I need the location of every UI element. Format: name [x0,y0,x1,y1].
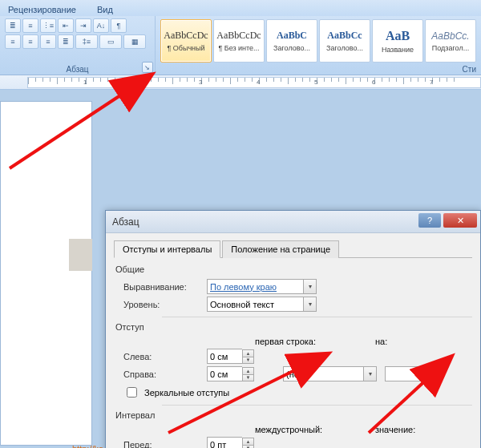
level-combo[interactable] [207,297,317,312]
style-preview: AaB [386,29,410,43]
borders-icon[interactable]: ▦ [123,34,146,49]
linespacing-label: междустрочный: [255,425,375,434]
tab-view[interactable]: Вид [92,3,118,16]
style-preview: AaBbCc [327,30,362,42]
left-label: Слева: [123,352,207,361]
styles-group-label: Сти [463,65,476,74]
style-subtitle[interactable]: AaBbCc. Подзагол... [425,19,476,63]
level-input[interactable] [207,297,303,312]
sort-icon[interactable]: A↓ [93,18,109,33]
left-spinner[interactable]: ▲▼ [207,349,254,364]
alignment-combo[interactable] [207,279,317,294]
spin-up-icon[interactable]: ▲ [420,367,432,374]
spin-down-icon[interactable]: ▼ [242,374,254,381]
tab-indents[interactable]: Отступы и интервалы [114,240,220,258]
dialog-titlebar[interactable]: Абзац ? ✕ [106,211,480,233]
spacing-section-label: Интервал [115,410,472,420]
dialog-title: Абзац [112,216,139,228]
spin-down-icon[interactable]: ▼ [242,445,254,449]
tab-review[interactable]: Рецензирование [3,3,81,16]
ruler[interactable]: 1234567 [0,75,481,90]
on-label: на: [375,337,387,346]
indent-icon[interactable]: ⇥ [75,18,91,33]
align-right-icon[interactable]: ≡ [40,34,56,49]
on-input[interactable] [385,366,420,381]
general-section-label: Общие [115,264,472,274]
linespacing-icon[interactable]: ‡≡ [75,34,98,49]
style-heading2[interactable]: AaBbCc Заголово... [319,19,370,63]
style-name: ¶ Обычный [167,44,204,52]
paragraph-dialog: Абзац ? ✕ Отступы и интервалы Положение … [105,210,481,448]
firstline-label: первая строка: [255,337,375,346]
content-fragment [69,239,92,271]
style-name: Подзагол... [432,44,469,52]
chevron-down-icon[interactable] [303,297,317,312]
paragraph-group: ≣ ≡ ⋮≡ ⇤ ⇥ A↓ ¶ ≡ ≡ ≡ ≣ ‡≡ ▭ ▦ Абзац [0,16,156,75]
before-label: Перед: [123,440,207,449]
style-heading1[interactable]: AaBbC Заголово... [266,19,317,63]
help-button[interactable]: ? [418,213,441,228]
spin-up-icon[interactable]: ▲ [242,438,254,445]
spin-up-icon[interactable]: ▲ [242,367,254,374]
bullets-icon[interactable]: ≣ [5,18,21,33]
style-preview: AaBbCcDc [216,30,261,42]
before-spinner[interactable]: ▲▼ [207,437,254,448]
firstline-combo[interactable] [283,366,377,381]
value-label: значение: [375,425,415,434]
tab-position[interactable]: Положение на странице [222,240,339,258]
style-name: Заголово... [273,44,310,52]
indent-section-label: Отступ [115,322,472,332]
level-label: Уровень: [123,300,207,309]
close-button[interactable]: ✕ [443,213,477,228]
document-area: http://ka Програм Абзац ? ✕ Отступы и ин… [0,90,481,448]
before-input[interactable] [207,437,242,448]
shading-icon[interactable]: ▭ [99,34,122,49]
chevron-down-icon[interactable] [363,366,377,381]
style-normal[interactable]: AaBbCcDc ¶ Обычный [160,19,212,63]
style-preview: AaBbC [277,30,307,42]
outdent-icon[interactable]: ⇤ [58,18,74,33]
align-center-icon[interactable]: ≡ [22,34,38,49]
chevron-down-icon[interactable] [303,279,317,294]
style-nospacing[interactable]: AaBbCcDc ¶ Без инте... [213,19,265,63]
paragraph-dialog-launcher[interactable] [142,62,153,73]
paragraph-group-label: Абзац [0,65,155,74]
style-name: Название [382,46,414,54]
page [0,101,92,446]
style-preview: AaBbCc. [431,30,469,42]
right-input[interactable] [207,366,242,381]
left-input[interactable] [207,349,242,364]
style-name: Заголово... [326,44,363,52]
multilevel-icon[interactable]: ⋮≡ [40,18,56,33]
styles-group: AaBbCcDc ¶ Обычный AaBbCcDc ¶ Без инте..… [156,16,481,75]
mirror-label: Зеркальные отступы [144,388,229,398]
mirror-checkbox[interactable] [127,387,137,398]
hyperlink-text: http://ka [72,444,103,448]
right-label: Справа: [123,369,207,379]
right-spinner[interactable]: ▲▼ [207,366,254,381]
spin-down-icon[interactable]: ▼ [242,357,254,364]
style-name: ¶ Без инте... [218,44,259,52]
spin-up-icon[interactable]: ▲ [242,349,254,357]
numbering-icon[interactable]: ≡ [22,18,38,33]
spin-down-icon[interactable]: ▼ [420,374,432,381]
on-spinner[interactable]: ▲▼ [385,366,432,381]
alignment-input[interactable] [207,279,303,294]
justify-icon[interactable]: ≣ [58,34,74,49]
style-preview: AaBbCcDc [164,30,208,42]
firstline-input[interactable] [283,366,363,381]
align-left-icon[interactable]: ≡ [5,34,21,49]
showmarks-icon[interactable]: ¶ [111,18,127,33]
style-title[interactable]: AaB Название [372,19,423,63]
ribbon: ≣ ≡ ⋮≡ ⇤ ⇥ A↓ ¶ ≡ ≡ ≡ ≣ ‡≡ ▭ ▦ Абзац AaB… [0,16,481,75]
alignment-label: Выравнивание: [123,282,207,292]
